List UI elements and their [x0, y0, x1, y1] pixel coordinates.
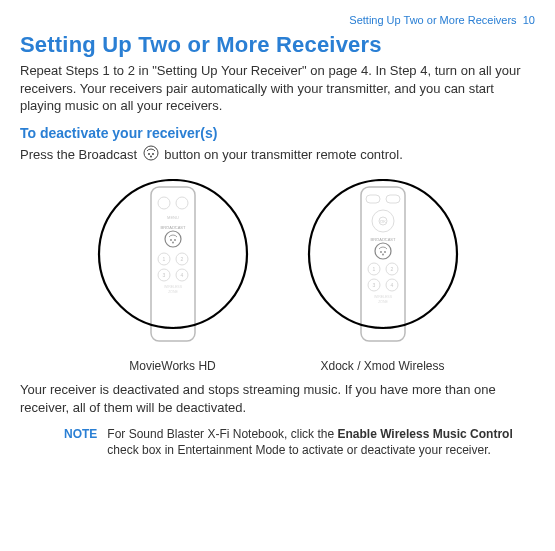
svg-point-12: [172, 242, 174, 244]
note-text-b: check box in Entertainment Mode to activ…: [107, 443, 491, 457]
svg-point-33: [380, 251, 382, 253]
deactivate-subhead: To deactivate your receiver(s): [20, 125, 535, 141]
svg-point-0: [144, 146, 158, 160]
press-broadcast-line: Press the Broadcast button on your trans…: [20, 145, 535, 166]
figures-row: MENU BROADCAST 1 2 3 4 WIRELESS ZONE CRE…: [20, 179, 535, 373]
press-line-b: button on your transmitter remote contro…: [164, 146, 402, 161]
svg-text:WIRELESS: WIRELESS: [163, 285, 182, 289]
svg-text:2: 2: [390, 266, 393, 272]
page-header: Setting Up Two or More Receivers 10: [20, 14, 535, 26]
svg-text:3: 3: [162, 272, 165, 278]
svg-text:2: 2: [180, 256, 183, 262]
svg-point-34: [384, 251, 386, 253]
svg-text:4: 4: [180, 272, 183, 278]
svg-point-3: [150, 155, 152, 157]
svg-text:1: 1: [162, 256, 165, 262]
svg-point-2: [152, 153, 154, 155]
svg-point-35: [382, 254, 384, 256]
svg-text:BROADCAST: BROADCAST: [370, 237, 395, 242]
note-text-a: For Sound Blaster X-Fi Notebook, click t…: [107, 427, 337, 441]
header-section: Setting Up Two or More Receivers: [349, 14, 516, 26]
svg-text:WIRELESS: WIRELESS: [373, 295, 392, 299]
svg-point-11: [174, 239, 176, 241]
figure-right-caption: Xdock / Xmod Wireless: [298, 359, 468, 373]
svg-rect-4: [151, 187, 195, 341]
header-pageno: 10: [523, 14, 535, 26]
movieworks-remote-illustration: MENU BROADCAST 1 2 3 4 WIRELESS ZONE CRE…: [88, 179, 258, 349]
note-block: NOTE For Sound Blaster X-Fi Notebook, cl…: [20, 426, 535, 458]
after-figure-paragraph: Your receiver is deactivated and stops s…: [20, 381, 535, 416]
svg-text:3: 3: [372, 282, 375, 288]
note-bold: Enable Wireless Music Control: [337, 427, 512, 441]
svg-text:4: 4: [390, 282, 393, 288]
xdock-remote-illustration: OK BROADCAST 1 2 3 4 WIRELESS ZONE CREAT…: [298, 179, 468, 349]
svg-text:BROADCAST: BROADCAST: [160, 225, 185, 230]
page-title: Setting Up Two or More Receivers: [20, 32, 535, 58]
note-label: NOTE: [64, 426, 97, 458]
figure-right: OK BROADCAST 1 2 3 4 WIRELESS ZONE CREAT…: [298, 179, 468, 373]
svg-point-32: [375, 243, 391, 259]
svg-text:ZONE: ZONE: [378, 300, 388, 304]
svg-point-10: [170, 239, 172, 241]
svg-text:MENU: MENU: [167, 215, 179, 220]
press-line-a: Press the Broadcast: [20, 146, 137, 161]
svg-point-9: [165, 231, 181, 247]
broadcast-icon: [143, 145, 159, 166]
note-text: For Sound Blaster X-Fi Notebook, click t…: [107, 426, 535, 458]
intro-paragraph: Repeat Steps 1 to 2 in "Setting Up Your …: [20, 62, 535, 115]
svg-text:ZONE: ZONE: [168, 290, 178, 294]
svg-text:1: 1: [372, 266, 375, 272]
figure-left-caption: MovieWorks HD: [88, 359, 258, 373]
svg-point-1: [148, 153, 150, 155]
svg-text:OK: OK: [380, 219, 386, 224]
figure-left: MENU BROADCAST 1 2 3 4 WIRELESS ZONE CRE…: [88, 179, 258, 373]
